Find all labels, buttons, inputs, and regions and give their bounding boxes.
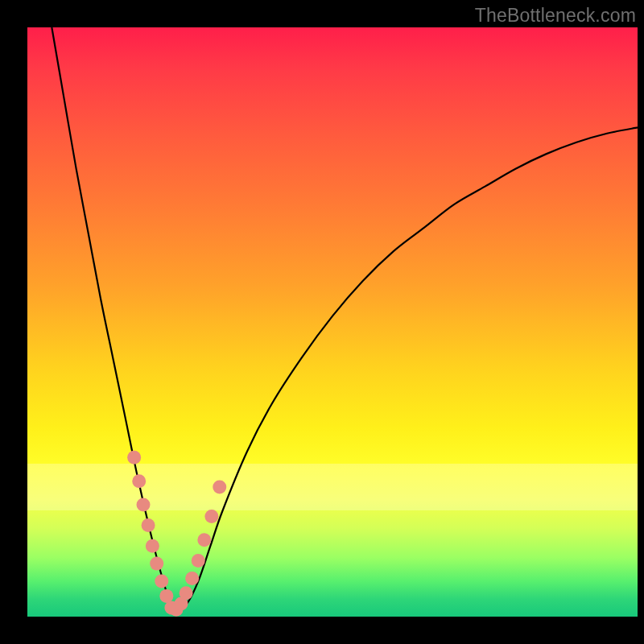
- highlight-dot: [142, 518, 155, 532]
- highlight-dot: [155, 575, 168, 588]
- bottleneck-curve: [52, 27, 638, 613]
- highlight-dot: [159, 589, 173, 603]
- highlight-dot: [180, 586, 193, 600]
- highlight-dot: [192, 554, 205, 568]
- highlight-dot: [204, 510, 218, 523]
- chart-frame: TheBottleneck.com: [0, 0, 644, 644]
- highlight-dots: [127, 451, 226, 617]
- highlight-dot: [137, 497, 151, 511]
- highlight-dot: [146, 539, 159, 553]
- curve-layer: [27, 27, 638, 617]
- plot-area: [27, 27, 638, 617]
- highlight-dot: [185, 572, 199, 585]
- watermark-text: TheBottleneck.com: [475, 5, 636, 27]
- highlight-dot: [150, 557, 163, 571]
- highlight-dot: [127, 451, 141, 464]
- highlight-dot: [197, 533, 211, 547]
- highlight-dot: [213, 480, 226, 493]
- highlight-dot: [132, 474, 146, 488]
